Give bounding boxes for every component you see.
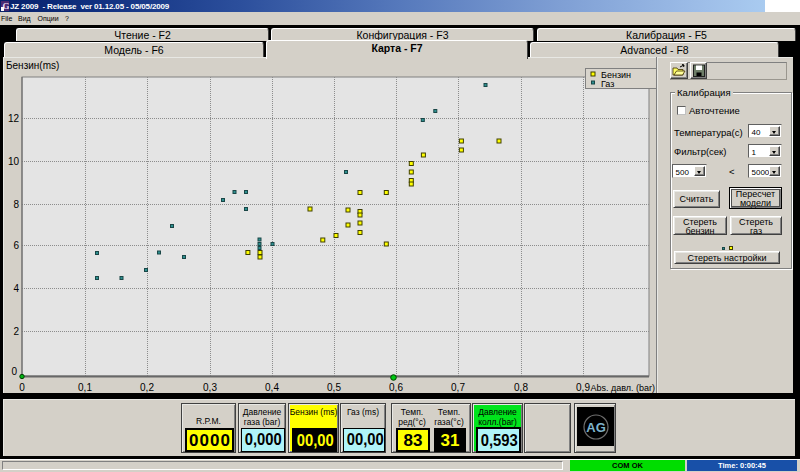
svg-text:6: 6 <box>13 240 19 251</box>
svg-text:0: 0 <box>11 366 17 377</box>
svg-text:AG: AG <box>586 420 606 435</box>
svg-text:0,4: 0,4 <box>265 382 279 393</box>
svg-text:4: 4 <box>13 283 19 294</box>
svg-text:2: 2 <box>13 326 19 337</box>
svg-text:8: 8 <box>13 199 19 210</box>
svg-text:0,6: 0,6 <box>389 382 403 393</box>
svg-text:Газ: Газ <box>601 79 614 89</box>
svg-text:0,9: 0,9 <box>576 382 590 393</box>
svg-text:0,5: 0,5 <box>327 382 341 393</box>
svg-text:10: 10 <box>8 156 20 167</box>
svg-text:0,7: 0,7 <box>451 382 465 393</box>
svg-text:0,2: 0,2 <box>140 382 154 393</box>
svg-text:12: 12 <box>8 113 20 124</box>
svg-text:Бензин(ms): Бензин(ms) <box>6 60 59 71</box>
svg-text:0: 0 <box>19 382 25 393</box>
svg-text:0,1: 0,1 <box>78 382 92 393</box>
svg-text:0,8: 0,8 <box>514 382 528 393</box>
svg-text:Abs. давл. (bar): Abs. давл. (bar) <box>590 383 655 393</box>
svg-text:0,3: 0,3 <box>203 382 217 393</box>
